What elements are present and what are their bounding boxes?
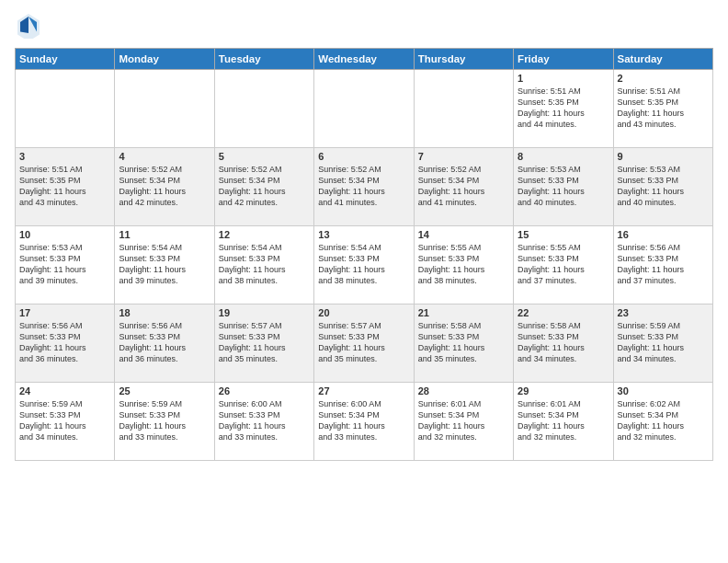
weekday-header-friday: Friday [514,49,613,70]
day-info: Sunrise: 5:53 AM Sunset: 5:33 PM Dayligh… [19,242,110,287]
weekday-header-row: SundayMondayTuesdayWednesdayThursdayFrid… [16,49,713,70]
day-info: Sunrise: 5:58 AM Sunset: 5:33 PM Dayligh… [518,320,609,365]
calendar-cell: 13Sunrise: 5:54 AM Sunset: 5:33 PM Dayli… [314,226,414,304]
calendar-cell: 17Sunrise: 5:56 AM Sunset: 5:33 PM Dayli… [16,304,115,383]
calendar-cell: 10Sunrise: 5:53 AM Sunset: 5:33 PM Dayli… [16,226,115,304]
calendar-cell: 21Sunrise: 5:58 AM Sunset: 5:33 PM Dayli… [414,304,513,383]
day-number: 10 [19,229,110,240]
day-info: Sunrise: 5:54 AM Sunset: 5:33 PM Dayligh… [219,242,310,287]
calendar-cell: 8Sunrise: 5:53 AM Sunset: 5:33 PM Daylig… [514,148,613,226]
day-number: 22 [518,307,609,318]
day-info: Sunrise: 5:52 AM Sunset: 5:34 PM Dayligh… [219,164,310,209]
calendar-cell: 30Sunrise: 6:02 AM Sunset: 5:34 PM Dayli… [613,383,712,461]
logo [15,11,46,39]
calendar-cell: 20Sunrise: 5:57 AM Sunset: 5:33 PM Dayli… [314,304,414,383]
day-number: 29 [518,385,609,396]
day-info: Sunrise: 6:01 AM Sunset: 5:34 PM Dayligh… [518,398,609,443]
day-info: Sunrise: 5:57 AM Sunset: 5:33 PM Dayligh… [318,320,409,365]
weekday-header-thursday: Thursday [414,49,513,70]
day-info: Sunrise: 5:55 AM Sunset: 5:33 PM Dayligh… [418,242,509,287]
weekday-header-tuesday: Tuesday [214,49,313,70]
week-row-2: 3Sunrise: 5:51 AM Sunset: 5:35 PM Daylig… [16,148,713,226]
day-number: 4 [119,151,210,162]
calendar-cell: 2Sunrise: 5:51 AM Sunset: 5:35 PM Daylig… [613,70,712,148]
calendar-cell: 16Sunrise: 5:56 AM Sunset: 5:33 PM Dayli… [613,226,712,304]
day-number: 8 [518,151,609,162]
day-number: 5 [219,151,310,162]
day-number: 20 [318,307,409,318]
calendar-cell: 7Sunrise: 5:52 AM Sunset: 5:34 PM Daylig… [414,148,513,226]
logo-icon [15,11,42,39]
day-number: 16 [618,229,709,240]
week-row-4: 17Sunrise: 5:56 AM Sunset: 5:33 PM Dayli… [16,304,713,383]
day-info: Sunrise: 5:59 AM Sunset: 5:33 PM Dayligh… [618,320,709,365]
weekday-header-wednesday: Wednesday [314,49,414,70]
day-number: 28 [418,385,509,396]
calendar-cell: 28Sunrise: 6:01 AM Sunset: 5:34 PM Dayli… [414,383,513,461]
day-info: Sunrise: 5:59 AM Sunset: 5:33 PM Dayligh… [19,398,110,443]
calendar-cell [314,70,414,148]
day-info: Sunrise: 5:52 AM Sunset: 5:34 PM Dayligh… [318,164,409,209]
day-number: 19 [219,307,310,318]
calendar-cell: 11Sunrise: 5:54 AM Sunset: 5:33 PM Dayli… [115,226,214,304]
calendar-cell: 9Sunrise: 5:53 AM Sunset: 5:33 PM Daylig… [613,148,712,226]
day-info: Sunrise: 5:53 AM Sunset: 5:33 PM Dayligh… [518,164,609,209]
day-info: Sunrise: 5:57 AM Sunset: 5:33 PM Dayligh… [219,320,310,365]
calendar-cell: 22Sunrise: 5:58 AM Sunset: 5:33 PM Dayli… [514,304,613,383]
day-number: 30 [618,385,709,396]
calendar-cell [115,70,214,148]
day-number: 21 [418,307,509,318]
day-info: Sunrise: 5:56 AM Sunset: 5:33 PM Dayligh… [19,320,110,365]
day-info: Sunrise: 5:54 AM Sunset: 5:33 PM Dayligh… [119,242,210,287]
week-row-3: 10Sunrise: 5:53 AM Sunset: 5:33 PM Dayli… [16,226,713,304]
day-number: 17 [19,307,110,318]
day-info: Sunrise: 5:53 AM Sunset: 5:33 PM Dayligh… [618,164,709,209]
day-number: 18 [119,307,210,318]
day-number: 25 [119,385,210,396]
day-number: 9 [618,151,709,162]
day-info: Sunrise: 5:52 AM Sunset: 5:34 PM Dayligh… [418,164,509,209]
calendar-cell: 14Sunrise: 5:55 AM Sunset: 5:33 PM Dayli… [414,226,513,304]
calendar-cell: 23Sunrise: 5:59 AM Sunset: 5:33 PM Dayli… [613,304,712,383]
calendar-cell: 12Sunrise: 5:54 AM Sunset: 5:33 PM Dayli… [214,226,313,304]
weekday-header-sunday: Sunday [16,49,115,70]
day-number: 24 [19,385,110,396]
week-row-1: 1Sunrise: 5:51 AM Sunset: 5:35 PM Daylig… [16,70,713,148]
day-number: 6 [318,151,409,162]
day-info: Sunrise: 5:51 AM Sunset: 5:35 PM Dayligh… [618,86,709,131]
calendar-cell: 27Sunrise: 6:00 AM Sunset: 5:34 PM Dayli… [314,383,414,461]
day-info: Sunrise: 6:02 AM Sunset: 5:34 PM Dayligh… [618,398,709,443]
day-info: Sunrise: 6:00 AM Sunset: 5:34 PM Dayligh… [318,398,409,443]
calendar-cell [214,70,313,148]
week-row-5: 24Sunrise: 5:59 AM Sunset: 5:33 PM Dayli… [16,383,713,461]
calendar-cell: 5Sunrise: 5:52 AM Sunset: 5:34 PM Daylig… [214,148,313,226]
day-info: Sunrise: 5:52 AM Sunset: 5:34 PM Dayligh… [119,164,210,209]
weekday-header-monday: Monday [115,49,214,70]
calendar-cell: 26Sunrise: 6:00 AM Sunset: 5:33 PM Dayli… [214,383,313,461]
day-number: 3 [19,151,110,162]
calendar-cell [16,70,115,148]
day-info: Sunrise: 6:00 AM Sunset: 5:33 PM Dayligh… [219,398,310,443]
day-info: Sunrise: 5:59 AM Sunset: 5:33 PM Dayligh… [119,398,210,443]
calendar: SundayMondayTuesdayWednesdayThursdayFrid… [15,48,713,461]
calendar-cell: 19Sunrise: 5:57 AM Sunset: 5:33 PM Dayli… [214,304,313,383]
weekday-header-saturday: Saturday [613,49,712,70]
day-number: 1 [518,73,609,84]
calendar-cell: 6Sunrise: 5:52 AM Sunset: 5:34 PM Daylig… [314,148,414,226]
calendar-cell: 1Sunrise: 5:51 AM Sunset: 5:35 PM Daylig… [514,70,613,148]
day-info: Sunrise: 5:56 AM Sunset: 5:33 PM Dayligh… [119,320,210,365]
day-info: Sunrise: 6:01 AM Sunset: 5:34 PM Dayligh… [418,398,509,443]
day-info: Sunrise: 5:55 AM Sunset: 5:33 PM Dayligh… [518,242,609,287]
day-number: 14 [418,229,509,240]
header [15,11,713,39]
calendar-cell: 4Sunrise: 5:52 AM Sunset: 5:34 PM Daylig… [115,148,214,226]
day-number: 15 [518,229,609,240]
day-info: Sunrise: 5:51 AM Sunset: 5:35 PM Dayligh… [19,164,110,209]
day-number: 27 [318,385,409,396]
day-number: 2 [618,73,709,84]
day-number: 12 [219,229,310,240]
page: SundayMondayTuesdayWednesdayThursdayFrid… [0,0,728,563]
day-number: 13 [318,229,409,240]
calendar-cell: 3Sunrise: 5:51 AM Sunset: 5:35 PM Daylig… [16,148,115,226]
calendar-cell: 18Sunrise: 5:56 AM Sunset: 5:33 PM Dayli… [115,304,214,383]
